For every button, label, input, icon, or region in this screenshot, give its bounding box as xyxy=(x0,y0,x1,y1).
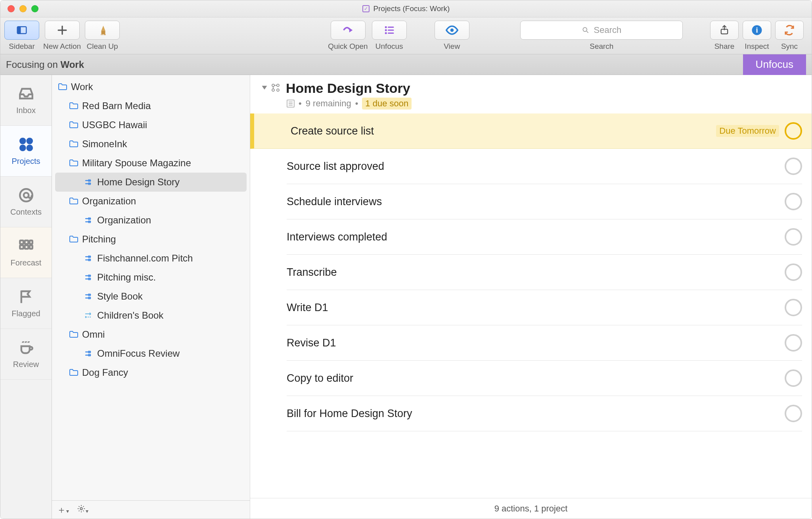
tree-row[interactable]: Organization xyxy=(52,211,250,230)
task-name: Copy to editor xyxy=(287,372,785,384)
tree-row[interactable]: OmniFocus Review xyxy=(52,344,250,363)
tree-row[interactable]: Pitching misc. xyxy=(52,268,250,287)
new-action-button[interactable] xyxy=(45,21,80,40)
task-status-circle[interactable] xyxy=(785,299,802,316)
task-row[interactable]: Create source listDue Tomorrow xyxy=(250,113,812,149)
tree-row[interactable]: Organization xyxy=(52,192,250,211)
svg-rect-17 xyxy=(20,240,23,244)
task-row[interactable]: Copy to editor xyxy=(287,361,802,396)
inspect-button[interactable]: i xyxy=(743,21,771,40)
note-icon[interactable] xyxy=(287,100,295,108)
task-status-circle[interactable] xyxy=(785,193,802,210)
task-row[interactable]: Transcribe xyxy=(287,255,802,290)
rail-forecast[interactable]: Forecast xyxy=(0,227,52,278)
rail-projects[interactable]: Projects xyxy=(0,126,52,177)
task-name: Revise D1 xyxy=(287,337,785,349)
task-status-circle[interactable] xyxy=(785,158,802,175)
sync-label: Sync xyxy=(781,42,798,51)
rail-flagged[interactable]: Flagged xyxy=(0,278,52,329)
task-status-circle[interactable] xyxy=(785,369,802,387)
close-button[interactable] xyxy=(8,5,15,12)
task-row[interactable]: Source list approved xyxy=(287,149,802,184)
view-button[interactable] xyxy=(435,21,469,40)
search-field[interactable]: Search xyxy=(520,21,683,40)
rail-inbox-label: Inbox xyxy=(16,106,36,115)
tree-row-label: Military Spouse Magazine xyxy=(82,158,191,169)
gear-menu-button[interactable]: ▾ xyxy=(77,504,88,515)
sidebar-icon xyxy=(16,24,28,36)
quick-open-button[interactable] xyxy=(331,21,366,40)
gear-icon xyxy=(77,504,86,513)
task-row[interactable]: Schedule interviews xyxy=(287,184,802,219)
task-status-circle[interactable] xyxy=(785,122,802,140)
task-row[interactable]: Revise D1 xyxy=(287,325,802,361)
tree-row[interactable]: SimoneInk xyxy=(52,135,250,154)
task-status-circle[interactable] xyxy=(785,263,802,281)
view-label: View xyxy=(444,42,460,51)
tree-row-label: USGBC Hawaii xyxy=(82,119,147,131)
tree-row[interactable]: Children's Book xyxy=(52,306,250,325)
tree-row[interactable]: Home Design Story xyxy=(55,173,247,192)
unfocus-banner-button[interactable]: Unfocus xyxy=(743,54,806,75)
parallel-project-icon xyxy=(84,273,93,282)
tree-row-label: Omni xyxy=(82,329,105,340)
svg-point-24 xyxy=(272,84,274,86)
parallel-project-icon xyxy=(84,215,93,225)
parallel-project-icon xyxy=(84,254,93,263)
tree-row-label: Fishchannel.com Pitch xyxy=(97,253,193,264)
tree-row-label: Pitching xyxy=(82,234,116,245)
unfocus-button[interactable] xyxy=(372,21,407,40)
content-title: Home Design Story xyxy=(286,81,412,96)
rail-contexts-label: Contexts xyxy=(10,208,42,217)
triangle-down-icon xyxy=(261,85,268,91)
tree-row[interactable]: Work xyxy=(52,77,250,96)
svg-point-25 xyxy=(277,84,279,86)
tree-row[interactable]: Military Spouse Magazine xyxy=(52,154,250,173)
task-row[interactable]: Bill for Home Design Story xyxy=(287,396,802,431)
tree-row[interactable]: Dog Fancy xyxy=(52,363,250,382)
dot-sep: • xyxy=(299,98,302,109)
tree-row[interactable]: USGBC Hawaii xyxy=(52,115,250,135)
dot-sep2: • xyxy=(355,98,358,109)
task-status-circle[interactable] xyxy=(785,334,802,352)
rail-inbox[interactable]: Inbox xyxy=(0,75,52,126)
add-menu-button[interactable]: ＋▾ xyxy=(57,504,69,516)
sidebar-toggle-button[interactable] xyxy=(4,21,39,40)
window-title: ✓ Projects (Focus: Work) xyxy=(362,4,450,13)
tree-row[interactable]: Omni xyxy=(52,325,250,344)
folder-icon xyxy=(69,101,78,111)
svg-point-27 xyxy=(277,89,279,91)
task-status-circle[interactable] xyxy=(785,228,802,246)
at-icon xyxy=(18,187,34,204)
zoom-button[interactable] xyxy=(31,5,38,12)
svg-rect-22 xyxy=(29,245,32,249)
outline-controls[interactable] xyxy=(261,83,280,92)
task-status-circle[interactable] xyxy=(785,405,802,422)
share-label: Share xyxy=(714,42,735,51)
task-row[interactable]: Write D1 xyxy=(287,290,802,325)
clean-up-button[interactable] xyxy=(85,21,120,40)
sync-button[interactable] xyxy=(775,21,804,40)
unfocus-label: Unfocus xyxy=(375,42,403,51)
plus-icon xyxy=(56,24,68,36)
tree-row[interactable]: Red Barn Media xyxy=(52,96,250,115)
folder-icon xyxy=(69,158,78,168)
perspective-rail: Inbox Projects Contexts Forecast Flagged… xyxy=(0,75,52,519)
folder-icon xyxy=(69,196,78,206)
svg-point-5 xyxy=(385,32,387,34)
task-name: Schedule interviews xyxy=(287,196,785,208)
tree-row[interactable]: Pitching xyxy=(52,230,250,249)
focus-bar-text: Focusing on Work xyxy=(6,59,84,70)
share-button[interactable] xyxy=(710,21,739,40)
search-placeholder: Search xyxy=(594,25,621,35)
svg-rect-19 xyxy=(29,240,32,244)
tree-row[interactable]: Style Book xyxy=(52,287,250,306)
tree-row[interactable]: Fishchannel.com Pitch xyxy=(52,249,250,268)
rail-review[interactable]: Review xyxy=(0,329,52,380)
tree-row-label: Pitching misc. xyxy=(97,272,156,283)
rail-contexts[interactable]: Contexts xyxy=(0,177,52,227)
task-row[interactable]: Interviews completed xyxy=(287,219,802,255)
svg-point-23 xyxy=(80,507,82,510)
minimize-button[interactable] xyxy=(19,5,27,12)
rail-projects-label: Projects xyxy=(11,157,40,166)
